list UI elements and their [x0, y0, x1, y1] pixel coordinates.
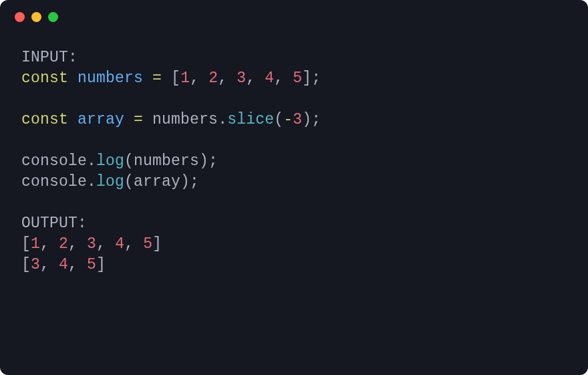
comma: ,: [124, 235, 134, 253]
method-log: log: [96, 152, 124, 170]
comma: ,: [40, 235, 49, 253]
identifier-console: console: [21, 173, 87, 191]
number-literal: 4: [115, 235, 124, 253]
dot-operator: .: [87, 173, 96, 191]
bracket-open: [: [171, 70, 180, 87]
identifier-array: array: [78, 111, 124, 128]
number-literal: 3: [87, 235, 96, 253]
space: [283, 70, 293, 87]
space: [78, 256, 87, 273]
paren-close: );: [180, 173, 199, 191]
identifier-numbers: numbers: [134, 152, 199, 170]
number-literal: 5: [293, 70, 302, 87]
number-literal: 5: [87, 256, 96, 273]
number-literal: 3: [31, 256, 40, 273]
comma: ,: [96, 235, 106, 253]
number-literal: 1: [180, 70, 190, 87]
operator-equals: =: [152, 70, 162, 87]
number-literal: 4: [59, 256, 68, 273]
operator-minus: -: [283, 111, 293, 128]
bracket-open: [: [21, 256, 31, 273]
identifier-numbers: numbers: [152, 111, 218, 128]
identifier-array: array: [134, 173, 180, 191]
identifier-numbers: numbers: [78, 70, 143, 87]
number-literal: 5: [143, 235, 152, 253]
comma: ,: [246, 70, 255, 87]
space: [106, 235, 115, 253]
comma: ,: [68, 235, 78, 253]
method-log: log: [96, 173, 124, 191]
space: [49, 235, 59, 253]
keyword-const: const: [21, 70, 68, 87]
dot-operator: .: [87, 152, 96, 170]
paren-open: (: [124, 173, 134, 191]
maximize-icon[interactable]: [48, 12, 58, 22]
dot-operator: .: [218, 111, 227, 128]
number-literal: 4: [265, 70, 274, 87]
close-icon[interactable]: [15, 12, 25, 22]
comma: ,: [218, 70, 227, 87]
comma: ,: [68, 256, 78, 273]
space: [134, 235, 143, 253]
method-slice: slice: [227, 111, 274, 128]
bracket-close: ];: [302, 70, 321, 87]
output-label: OUTPUT:: [21, 215, 87, 232]
space: [227, 70, 237, 87]
window-titlebar: [0, 0, 588, 29]
paren-open: (: [274, 111, 283, 128]
bracket-close: ]: [96, 256, 106, 273]
paren-close: );: [302, 111, 321, 128]
space: [255, 70, 265, 87]
number-literal: 1: [31, 235, 40, 253]
paren-open: (: [124, 152, 134, 170]
comma: ,: [40, 256, 49, 273]
bracket-close: ]: [152, 235, 162, 253]
bracket-open: [: [21, 235, 31, 253]
comma: ,: [190, 70, 199, 87]
space: [199, 70, 208, 87]
number-literal: 3: [237, 70, 246, 87]
code-block: INPUT: const numbers = [1, 2, 3, 4, 5]; …: [0, 29, 588, 295]
space: [49, 256, 59, 273]
minimize-icon[interactable]: [31, 12, 41, 22]
code-window: INPUT: const numbers = [1, 2, 3, 4, 5]; …: [0, 0, 588, 375]
paren-close: );: [199, 152, 218, 170]
comma: ,: [274, 70, 283, 87]
keyword-const: const: [21, 111, 68, 128]
space: [78, 235, 87, 253]
input-label: INPUT:: [21, 49, 78, 66]
number-literal: 3: [293, 111, 302, 128]
operator-equals: =: [134, 111, 143, 128]
number-literal: 2: [208, 70, 218, 87]
identifier-console: console: [21, 152, 87, 170]
number-literal: 2: [59, 235, 68, 253]
